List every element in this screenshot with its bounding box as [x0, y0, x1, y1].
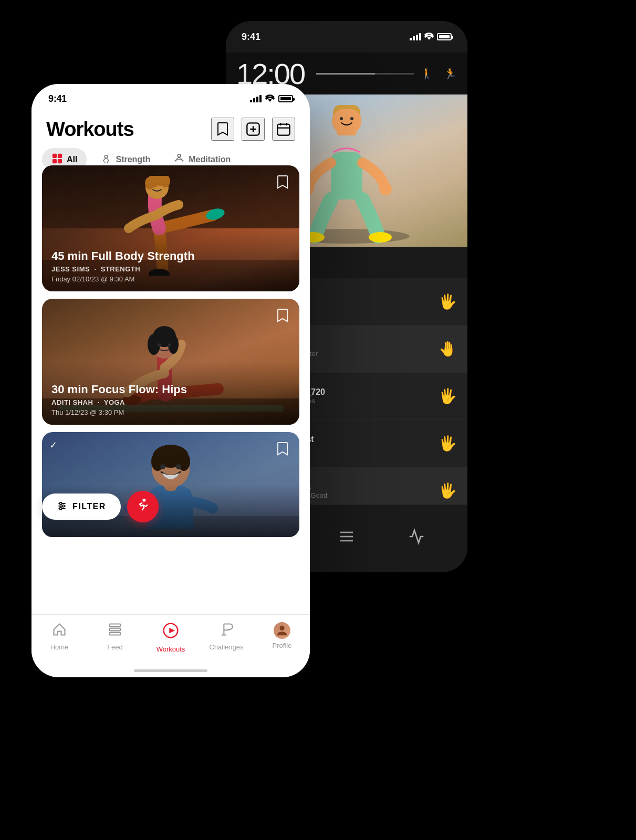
- filter-label: FILTER: [72, 502, 106, 511]
- signal-icon: [250, 95, 262, 102]
- lb-clap-3[interactable]: 🖐: [439, 387, 457, 405]
- back-progress-bar: [316, 73, 414, 75]
- svg-point-8: [340, 117, 343, 120]
- lb-clap-5[interactable]: 🖐: [439, 482, 457, 499]
- bookmark-icon: [215, 122, 230, 136]
- nav-home-label: Home: [50, 643, 69, 651]
- all-icon: [51, 153, 63, 166]
- front-time: 9:41: [48, 93, 67, 104]
- svg-point-56: [62, 505, 64, 507]
- workout-card-1[interactable]: 45 min Full Body Strength JESS SIMS · ST…: [42, 165, 299, 291]
- svg-rect-26: [53, 159, 57, 163]
- tab-strength-label: Strength: [116, 155, 150, 164]
- tab-all-label: All: [67, 155, 77, 164]
- back-progress-fill: [316, 73, 375, 75]
- front-header: Workouts: [32, 113, 310, 148]
- profile-icon: [274, 622, 290, 639]
- nav-feed-label: Feed: [107, 643, 123, 651]
- svg-point-5: [379, 183, 392, 195]
- walk-icon: 🚶: [420, 67, 433, 80]
- front-bottom-nav: Home Feed Workouts: [32, 614, 310, 677]
- nav-challenges[interactable]: Challenges: [208, 622, 245, 651]
- tab-meditation-label: Meditation: [189, 155, 231, 164]
- card-bookmark-2[interactable]: [273, 306, 292, 325]
- card-title-1: 45 min Full Body Strength: [51, 249, 290, 263]
- add-icon: [246, 122, 260, 136]
- front-status-icons: [250, 94, 293, 103]
- svg-point-28: [105, 155, 108, 159]
- nav-workouts-label: Workouts: [157, 645, 185, 653]
- svg-point-55: [60, 502, 62, 505]
- svg-point-57: [60, 508, 62, 510]
- home-indicator: [134, 669, 207, 672]
- page-title: Workouts: [46, 118, 134, 141]
- card-check-3: ✓: [49, 439, 57, 451]
- card-subtitle-2: ADITI SHAH · YOGA: [51, 398, 290, 406]
- calendar-icon: [276, 122, 291, 136]
- svg-marker-63: [169, 628, 175, 634]
- nav-profile-label: Profile: [273, 642, 292, 649]
- card-content-2: 30 min Focus Flow: Hips ADITI SHAH · YOG…: [42, 374, 299, 425]
- strength-icon: [100, 153, 112, 166]
- back-wifi-icon: [424, 33, 434, 41]
- workout-scroll-area[interactable]: 45 min Full Body Strength JESS SIMS · ST…: [32, 165, 310, 614]
- workout-cards-list: 45 min Full Body Strength JESS SIMS · ST…: [32, 165, 310, 537]
- svg-rect-27: [58, 159, 62, 163]
- add-button[interactable]: [242, 118, 265, 141]
- workout-card-2[interactable]: 30 min Focus Flow: Hips ADITI SHAH · YOG…: [42, 299, 299, 425]
- svg-rect-59: [110, 624, 121, 627]
- meditation-icon: [173, 153, 185, 166]
- card-subtitle-1: JESS SIMS · STRENGTH: [51, 265, 290, 273]
- back-workout-icons: 🚶 🏃: [420, 67, 457, 80]
- run-fab-icon: [135, 498, 150, 516]
- workout-fab-button[interactable]: [127, 491, 159, 522]
- calendar-button[interactable]: [272, 118, 295, 141]
- nav-feed[interactable]: Feed: [97, 622, 133, 651]
- back-status-icons: [410, 33, 452, 41]
- card-bookmark-1[interactable]: [273, 173, 292, 192]
- bookmark-button[interactable]: [211, 118, 234, 141]
- svg-rect-24: [53, 154, 57, 158]
- back-nav-chart-icon[interactable]: [408, 528, 425, 549]
- lb-clap-4[interactable]: 🖐: [439, 435, 457, 452]
- filter-button[interactable]: FILTER: [42, 494, 121, 520]
- workouts-icon: [162, 622, 179, 643]
- card-bookmark-3[interactable]: [273, 439, 292, 458]
- battery-icon: [278, 95, 293, 102]
- run-icon: 🏃: [444, 67, 457, 80]
- challenges-icon: [219, 622, 234, 640]
- feed-icon: [108, 622, 122, 640]
- svg-point-29: [178, 154, 181, 158]
- svg-point-2: [369, 232, 392, 243]
- svg-rect-60: [110, 628, 121, 631]
- lb-clap-2[interactable]: 🤚: [439, 340, 457, 358]
- nav-profile[interactable]: Profile: [264, 622, 300, 649]
- back-signal-icon: [410, 33, 421, 40]
- back-nav-list-icon[interactable]: [338, 528, 355, 549]
- svg-point-9: [350, 117, 353, 120]
- front-phone: 9:41 Workouts: [32, 84, 310, 677]
- nav-home[interactable]: Home: [41, 622, 78, 651]
- nav-challenges-label: Challenges: [209, 643, 243, 651]
- home-icon: [52, 622, 67, 640]
- svg-point-58: [142, 499, 145, 502]
- nav-workouts[interactable]: Workouts: [152, 622, 189, 653]
- svg-rect-3: [331, 152, 362, 200]
- lb-clap-1[interactable]: 🖐: [439, 293, 457, 310]
- back-battery-icon: [437, 33, 452, 40]
- card-content-1: 45 min Full Body Strength JESS SIMS · ST…: [42, 241, 299, 291]
- svg-rect-20: [277, 124, 289, 135]
- card-date-1: Friday 02/10/23 @ 9:30 AM: [51, 275, 290, 283]
- card-date-2: Thu 1/12/23 @ 3:30 PM: [51, 408, 290, 416]
- front-status-bar: 9:41: [32, 84, 310, 113]
- filter-fab-row: FILTER: [32, 491, 310, 522]
- header-actions: [211, 118, 295, 141]
- svg-rect-61: [110, 633, 121, 635]
- wifi-icon: [265, 94, 275, 103]
- card-title-2: 30 min Focus Flow: Hips: [51, 383, 290, 396]
- back-status-bar: 9:41: [226, 21, 467, 52]
- back-time: 9:41: [242, 32, 260, 43]
- filter-sliders-icon: [57, 501, 67, 512]
- svg-point-64: [279, 626, 284, 631]
- svg-rect-25: [58, 154, 62, 158]
